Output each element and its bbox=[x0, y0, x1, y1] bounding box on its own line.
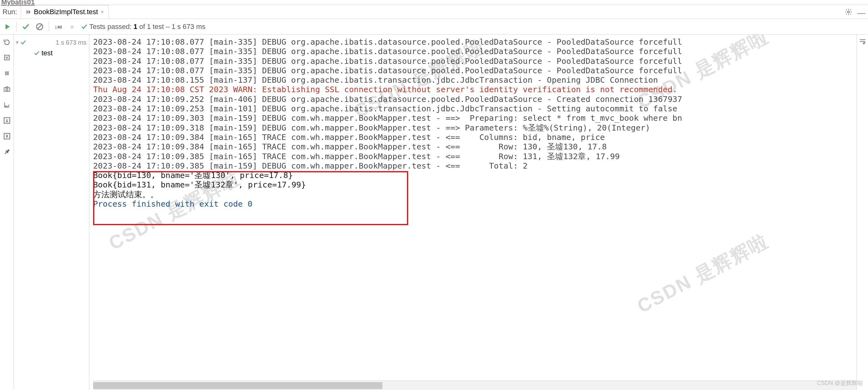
console-line: 2023-08-24 17:10:08.077 [main-335] DEBUG… bbox=[93, 66, 857, 75]
tree-root[interactable]: ▾ 1 s 673 ms bbox=[14, 37, 89, 48]
check-icon bbox=[21, 40, 26, 45]
console-line: 方法测试结束。。 bbox=[93, 190, 857, 199]
scrollbar-thumb[interactable] bbox=[93, 382, 382, 389]
credit-text: CSDN @是辉辉啦 bbox=[817, 379, 863, 387]
console-line: 2023-08-24 17:10:09.252 [main-406] DEBUG… bbox=[93, 94, 857, 104]
summary-mid: of 1 test – bbox=[139, 23, 170, 31]
import-icon[interactable] bbox=[3, 116, 11, 124]
svg-point-0 bbox=[847, 11, 849, 13]
tree-test-name: test bbox=[41, 49, 53, 57]
test-tree[interactable]: ▾ 1 s 673 ms test bbox=[14, 35, 89, 390]
tree-test-node[interactable]: test bbox=[14, 48, 89, 59]
close-icon[interactable]: × bbox=[101, 9, 104, 16]
console-line: 2023-08-24 17:10:09.384 [main-165] TRACE… bbox=[93, 142, 857, 151]
sort-button[interactable]: ↓az bbox=[54, 22, 63, 31]
show-passed-button[interactable] bbox=[21, 22, 31, 31]
test-summary: Tests passed: 1 of 1 test – 1 s 673 ms bbox=[81, 23, 205, 31]
console-panel: CSDN 是辉辉啦 CSDN 是辉辉啦 CSDN 是辉辉啦 CSDN 是辉辉啦 … bbox=[89, 35, 857, 390]
pin-icon[interactable] bbox=[1, 146, 12, 158]
run-config-name: BookBizImplTest.test bbox=[34, 8, 98, 16]
export-icon[interactable] bbox=[3, 132, 11, 140]
console-line: Book{bid=131, bname='圣墟132章', price=17.9… bbox=[93, 180, 857, 189]
console-line: 2023-08-24 17:10:09.385 [main-159] DEBUG… bbox=[93, 161, 857, 171]
console-line: 2023-08-24 17:10:09.318 [main-159] DEBUG… bbox=[93, 123, 857, 132]
toggle-auto-icon[interactable] bbox=[3, 54, 11, 62]
run-config-tab[interactable]: BookBizImplTest.test × bbox=[21, 5, 108, 19]
run-config-icon bbox=[26, 9, 31, 15]
hide-icon[interactable]: — bbox=[857, 8, 865, 16]
console-line: 2023-08-24 17:10:08.077 [main-335] DEBUG… bbox=[93, 37, 857, 47]
titlebar-strip: Mybatis01 bbox=[0, 0, 868, 5]
right-gutter bbox=[857, 35, 868, 390]
rerun-button[interactable] bbox=[2, 22, 12, 31]
console-line: Book{bid=130, bname='圣墟130', price=17.8} bbox=[93, 171, 857, 180]
gear-icon[interactable] bbox=[845, 8, 857, 16]
svg-point-4 bbox=[6, 88, 8, 91]
check-icon bbox=[34, 50, 40, 56]
console-output[interactable]: 2023-08-24 17:10:08.077 [main-335] DEBUG… bbox=[93, 37, 857, 378]
project-name: Mybatis01 bbox=[1, 0, 35, 6]
collapse-icon[interactable]: ▾ bbox=[16, 39, 19, 46]
run-label: Run: bbox=[2, 8, 17, 16]
run-tab-bar: Run: BookBizImplTest.test × — bbox=[0, 5, 868, 19]
summary-prefix: Tests passed: bbox=[89, 23, 132, 31]
summary-passed-count: 1 bbox=[134, 23, 137, 31]
console-line: Thu Aug 24 17:10:08 CST 2023 WARN: Estab… bbox=[93, 85, 857, 94]
show-ignored-button[interactable] bbox=[35, 22, 44, 31]
test-toolbar: ↓az » Tests passed: 1 of 1 test – 1 s 67… bbox=[0, 19, 868, 35]
tree-root-time: 1 s 673 ms bbox=[56, 39, 89, 46]
console-line: 2023-08-24 17:10:09.303 [main-159] DEBUG… bbox=[93, 113, 857, 123]
rerun-failed-icon[interactable] bbox=[3, 38, 11, 46]
soft-wrap-icon[interactable] bbox=[859, 38, 866, 45]
console-line: 2023-08-24 17:10:09.385 [main-165] TRACE… bbox=[93, 152, 857, 161]
expand-toolbar-button[interactable]: » bbox=[67, 22, 77, 31]
camera-icon[interactable] bbox=[3, 85, 11, 93]
analyze-icon[interactable] bbox=[3, 101, 11, 109]
console-line: 2023-08-24 17:10:09.253 [main-101] DEBUG… bbox=[93, 104, 857, 113]
summary-duration: 1 s 673 ms bbox=[172, 23, 205, 31]
console-line: 2023-08-24 17:10:09.384 [main-165] TRACE… bbox=[93, 132, 857, 142]
console-line: Process finished with exit code 0 bbox=[93, 199, 857, 209]
stop-icon[interactable] bbox=[3, 69, 11, 78]
console-line: 2023-08-24 17:10:08.077 [main-335] DEBUG… bbox=[93, 56, 857, 66]
left-gutter bbox=[0, 35, 14, 390]
console-line: 2023-08-24 17:10:08.155 [main-137] DEBUG… bbox=[93, 75, 857, 85]
console-line: 2023-08-24 17:10:08.077 [main-335] DEBUG… bbox=[93, 47, 857, 56]
svg-rect-2 bbox=[5, 71, 9, 76]
horizontal-scrollbar[interactable] bbox=[93, 381, 857, 390]
